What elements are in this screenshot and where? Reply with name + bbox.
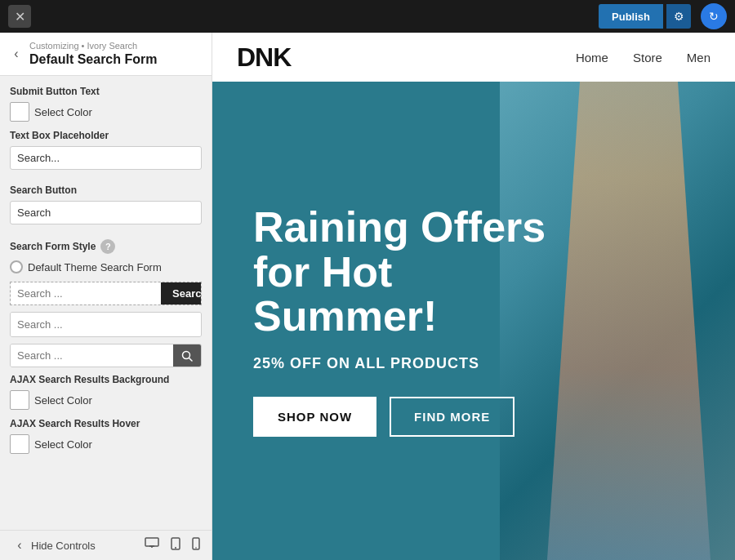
back-button[interactable]: ‹ (8, 47, 24, 61)
ajax-hover-color-swatch[interactable] (10, 434, 29, 454)
search-style-1-input[interactable] (11, 282, 161, 304)
search-button-input[interactable] (10, 201, 202, 224)
preview-area: DNK Home Store Men Raining Offers for Ho… (212, 33, 735, 560)
hide-controls-button[interactable]: Hide Controls (31, 540, 96, 552)
close-icon: ✕ (15, 9, 25, 24)
nav-men[interactable]: Men (687, 51, 710, 64)
svg-line-1 (189, 358, 193, 361)
nav-store[interactable]: Store (633, 51, 662, 64)
back-icon: ‹ (14, 47, 18, 61)
search-form-style-section: Search Form Style ? (10, 239, 202, 254)
preview-button[interactable]: ↻ (701, 3, 727, 29)
gear-icon: ⚙ (674, 10, 684, 23)
sidebar-title: Default Search Form (29, 52, 200, 67)
shop-now-button[interactable]: SHOP NOW (253, 397, 376, 437)
preview-icon: ↻ (709, 10, 719, 23)
ajax-bg-select-color-label[interactable]: Select Color (34, 394, 92, 407)
search-form-style-label: Search Form Style (10, 241, 96, 252)
close-button[interactable]: ✕ (8, 5, 31, 28)
hero-buttons: SHOP NOW FIND MORE (253, 397, 564, 437)
hero-subtitle: 25% OFF ON ALL PRODUCTS (253, 355, 564, 372)
search-style-2-input[interactable] (11, 313, 201, 336)
sidebar-content: Submit Button Text Select Color Text Box… (0, 76, 212, 530)
default-theme-radio[interactable] (10, 260, 23, 273)
search-style-1-button[interactable]: Search (161, 282, 202, 304)
submit-color-swatch[interactable] (10, 102, 29, 122)
hero-title: Raining Offers for Hot Summer! (253, 205, 564, 339)
bottom-back-button[interactable]: ‹ (11, 537, 28, 553)
main-layout: ‹ Customizing • Ivory Search Default Sea… (0, 33, 735, 560)
desktop-view-icon[interactable] (145, 537, 159, 553)
ajax-bg-color-swatch[interactable] (10, 390, 29, 410)
search-style-3[interactable] (10, 344, 202, 367)
sidebar-header: ‹ Customizing • Ivory Search Default Sea… (0, 33, 212, 76)
help-icon[interactable]: ? (100, 239, 115, 254)
ajax-bg-color-row: Select Color (10, 390, 202, 410)
submit-select-color-label[interactable]: Select Color (34, 106, 92, 118)
sidebar: ‹ Customizing • Ivory Search Default Sea… (0, 33, 212, 560)
website-header: DNK Home Store Men (212, 33, 735, 82)
tablet-view-icon[interactable] (171, 537, 180, 553)
search-style-3-input[interactable] (11, 344, 173, 367)
textbox-placeholder-input[interactable] (10, 146, 202, 170)
publish-button[interactable]: Publish (599, 4, 663, 29)
search-button-label: Search Button (10, 184, 202, 196)
ajax-bg-label: AJAX Search Results Background (10, 374, 202, 385)
top-bar: ✕ Publish ⚙ ↻ (0, 0, 735, 33)
search-style-3-button[interactable] (173, 344, 201, 367)
bottom-icons (145, 537, 200, 553)
svg-rect-2 (145, 538, 158, 546)
nav-home[interactable]: Home (576, 51, 608, 64)
default-theme-label: Default Theme Search Form (28, 261, 162, 273)
ajax-hover-label: AJAX Search Results Hover (10, 418, 202, 429)
breadcrumb: Customizing • Ivory Search (29, 41, 200, 51)
search-style-2[interactable] (10, 312, 202, 337)
website-preview: DNK Home Store Men Raining Offers for Ho… (212, 33, 735, 560)
website-nav: Home Store Men (576, 51, 710, 64)
submit-color-row: Select Color (10, 102, 202, 122)
hero-content: Raining Offers for Hot Summer! 25% OFF O… (253, 205, 564, 437)
ajax-hover-color-row: Select Color (10, 434, 202, 454)
hero-section: Raining Offers for Hot Summer! 25% OFF O… (212, 82, 735, 560)
textbox-placeholder-label: Text Box Placeholder (10, 130, 202, 141)
search-style-1[interactable]: Search (10, 282, 202, 305)
svg-point-6 (175, 547, 176, 549)
website-logo: DNK (237, 42, 291, 73)
svg-point-8 (195, 547, 197, 549)
default-theme-radio-row: Default Theme Search Form (10, 260, 202, 273)
publish-gear-button[interactable]: ⚙ (666, 4, 691, 29)
search-icon (181, 350, 193, 362)
chevron-left-icon: ‹ (17, 538, 21, 553)
submit-button-text-label: Submit Button Text (10, 86, 202, 97)
sidebar-bottom: ‹ Hide Controls (0, 530, 212, 560)
ajax-hover-select-color-label[interactable]: Select Color (34, 438, 92, 451)
find-more-button[interactable]: FIND MORE (390, 397, 514, 437)
hide-controls-label: Hide Controls (31, 540, 96, 552)
mobile-view-icon[interactable] (192, 537, 200, 553)
